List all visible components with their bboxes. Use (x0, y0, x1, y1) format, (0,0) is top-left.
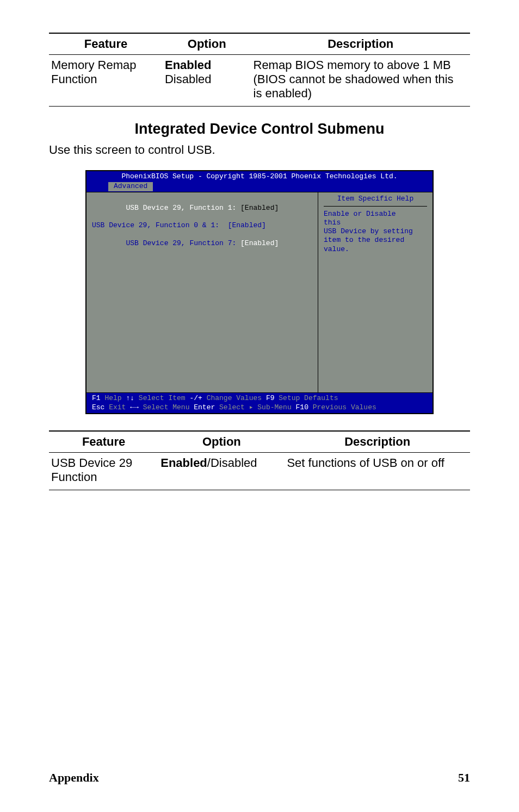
cell-description: Set functions of USB on or off (285, 452, 470, 490)
bios-settings-pane: USB Device 29, Function 1: [Enabled] USB… (86, 192, 318, 392)
key-label: Select Item (134, 394, 189, 402)
bios-item: USB Device 29, Function 7: [Enabled] (92, 230, 312, 257)
bios-help-title: Item Specific Help (324, 195, 427, 206)
bios-title-bar: PhoenixBIOS Setup - Copyright 1985-2001 … (86, 171, 432, 182)
bios-tab-bar: Advanced (86, 182, 432, 192)
bios-help-text: Enable or Disable this USB Device by set… (324, 210, 427, 254)
bios-screenshot: PhoenixBIOS Setup - Copyright 1985-2001 … (85, 170, 434, 414)
bios-item: USB Device 29, Function 0 & 1: [Enabled] (92, 221, 312, 230)
key-f9: F9 (266, 394, 275, 402)
option-alt: Disabled (165, 72, 212, 86)
table-row: USB Device 29 Function Enabled/Disabled … (49, 452, 470, 490)
key-label: Help (101, 394, 126, 402)
feature-table-1: Feature Option Description Memory Remap … (49, 33, 470, 107)
key-label: Exit (104, 403, 130, 411)
section-title: Integrated Device Control Submenu (49, 121, 470, 138)
page-footer: Appendix 51 (49, 771, 470, 785)
col-header-feature: Feature (49, 431, 158, 453)
bios-item: USB Device 29, Function 1: [Enabled] (92, 195, 312, 221)
text: USB Device by setting (324, 227, 427, 236)
col-header-description: Description (285, 431, 470, 453)
bios-footer: F1 Help ↑↓ Select Item -/+ Change Values… (86, 393, 432, 413)
bios-footer-row-2: Esc Exit ←→ Select Menu Enter Select ▸ S… (92, 403, 427, 412)
text: is enabled) (254, 86, 312, 100)
footer-page-number: 51 (458, 771, 470, 785)
text: Enable or Disable (324, 210, 427, 218)
key-label: Previous Values (308, 403, 376, 411)
key-label: Change Values (202, 394, 266, 402)
key-esc: Esc (92, 403, 104, 411)
table-row: Memory Remap Function Enabled Disabled R… (49, 55, 470, 107)
bios-item-value: [Enabled] (240, 239, 279, 247)
key-arrows-vert: ↑↓ (126, 394, 134, 402)
bios-body: USB Device 29, Function 1: [Enabled] USB… (86, 192, 432, 393)
cell-option: Enabled Disabled (163, 55, 251, 107)
feature-table-2: Feature Option Description USB Device 29… (49, 430, 470, 490)
option-alt: /Disabled (207, 456, 257, 470)
bios-help-pane: Item Specific Help Enable or Disable thi… (318, 192, 432, 392)
key-enter: Enter (194, 403, 215, 411)
key-f10: F10 (296, 403, 308, 411)
bios-footer-row-1: F1 Help ↑↓ Select Item -/+ Change Values… (92, 394, 427, 403)
text: Memory Remap (51, 58, 136, 72)
section-caption: Use this screen to control USB. (49, 143, 470, 157)
cell-feature: Memory Remap Function (49, 55, 163, 107)
key-arrows-horiz: ←→ (130, 403, 139, 411)
text: item to the desired (324, 236, 427, 245)
cell-option: Enabled/Disabled (158, 452, 285, 490)
text: this (324, 218, 427, 227)
col-header-option: Option (163, 33, 251, 55)
bios-item-label: USB Device 29, Function 1: (126, 204, 240, 212)
footer-appendix: Appendix (49, 771, 99, 785)
key-label: Setup Defaults (275, 394, 338, 402)
key-plusminus: -/+ (189, 394, 202, 402)
text: (BIOS cannot be shadowed when this (254, 72, 454, 86)
text: value. (324, 245, 427, 254)
text: Function (51, 470, 97, 484)
cell-feature: USB Device 29 Function (49, 452, 158, 490)
key-label: Select Menu (139, 403, 194, 411)
text: Function (51, 72, 97, 86)
key-label: Select ▸ Sub-Menu (215, 403, 291, 411)
col-header-feature: Feature (49, 33, 163, 55)
col-header-description: Description (251, 33, 471, 55)
table-header-row: Feature Option Description (49, 431, 470, 453)
text: Remap BIOS memory to above 1 MB (254, 58, 451, 72)
table-header-row: Feature Option Description (49, 33, 470, 55)
option-default: Enabled (160, 456, 207, 470)
cell-description: Remap BIOS memory to above 1 MB (BIOS ca… (251, 55, 471, 107)
bios-tab-advanced: Advanced (108, 182, 153, 191)
bios-item-label: USB Device 29, Function 7: (126, 239, 240, 247)
text: USB Device 29 (51, 456, 132, 470)
col-header-option: Option (158, 431, 285, 453)
bios-item-value: [Enabled] (240, 204, 279, 212)
option-default: Enabled (165, 58, 212, 72)
key-f1: F1 (92, 394, 101, 402)
